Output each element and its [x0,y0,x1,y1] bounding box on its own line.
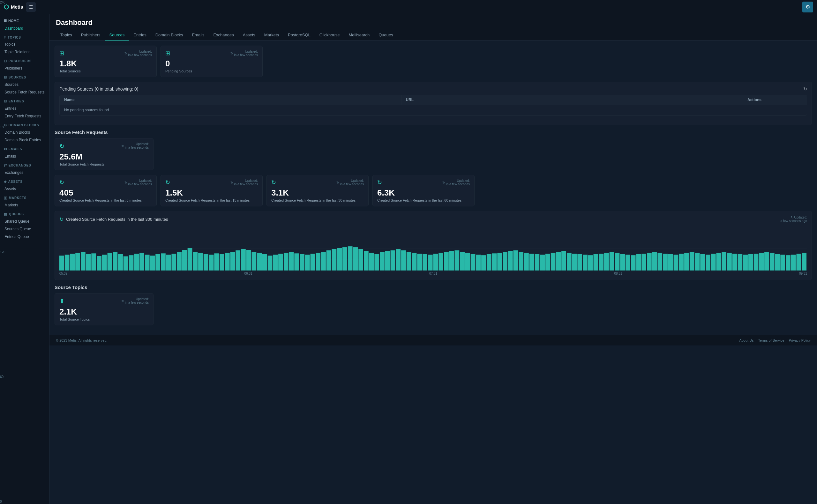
svg-rect-93 [530,254,534,271]
source-topics-header: Source Topics [55,285,812,290]
tab-emails[interactable]: Emails [187,30,209,41]
tab-exchanges[interactable]: Exchanges [209,30,238,41]
svg-rect-55 [326,250,331,271]
copyright: © 2023 Metis. All rights reserved. [56,338,108,342]
table-header: Name URL Actions [60,95,807,105]
sync-icon: ↻ [59,142,65,150]
rss-icon-2: ⊞ [165,50,170,57]
refresh-icon-8[interactable]: ↻ [121,299,124,303]
source-topics-cards: ⬆ ↻ Updated: in a few seconds 2.1K [55,293,812,325]
svg-rect-42 [257,253,262,271]
tab-markets[interactable]: Markets [260,30,283,41]
svg-rect-143 [797,254,801,271]
svg-rect-115 [647,253,652,271]
svg-rect-73 [423,254,427,271]
svg-rect-130 [727,253,732,271]
svg-rect-119 [668,254,673,271]
svg-rect-134 [748,254,753,271]
svg-rect-112 [631,255,636,271]
svg-rect-98 [556,252,561,271]
svg-rect-139 [775,254,780,271]
source-fetch-section: Source Fetch Requests ↻ ↻ Updated: [55,130,812,206]
svg-rect-105 [594,254,598,271]
svg-rect-52 [310,254,315,271]
svg-rect-34 [214,253,219,271]
total-fetch-requests-card: ↻ ↻ Updated: in a few seconds 25.6M [55,138,153,170]
svg-rect-54 [321,252,326,271]
svg-rect-113 [636,254,641,271]
tab-sources[interactable]: Sources [105,30,129,41]
chart-refresh-icon[interactable]: ↻ [791,216,793,219]
hamburger-button[interactable]: ☰ [26,2,36,12]
chart-header: ↻ Created Source Fetch Requests in the l… [59,216,807,223]
refresh-icon-5[interactable]: ↻ [230,181,233,184]
fetch-60min-label: Created Source Fetch Requests in the las… [377,198,470,202]
tab-publishers[interactable]: Publishers [77,30,105,41]
tab-assets[interactable]: Assets [238,30,260,41]
svg-rect-24 [161,253,166,271]
pending-refresh-icon[interactable]: ↻ [803,86,807,92]
svg-rect-94 [535,254,539,271]
fetch-30min-card: ↻ ↻ Updated: in a few seconds 3.1K [266,175,368,206]
tab-queues[interactable]: Queues [374,30,397,41]
svg-rect-108 [610,252,614,271]
tab-domain-blocks[interactable]: Domain Blocks [151,30,188,41]
svg-rect-114 [642,254,646,271]
refresh-icon[interactable]: ↻ [124,52,127,55]
source-topics-section: Source Topics ⬆ ↻ Updated: in a few seco [55,285,812,325]
svg-rect-121 [679,254,684,271]
svg-rect-33 [209,255,214,271]
svg-rect-80 [460,252,465,271]
pending-sources-title: Pending Sources (0 in total, showing: 0) [59,86,138,92]
fetch-15min-value: 1.5K [165,188,258,198]
svg-rect-23 [155,254,160,271]
privacy-link[interactable]: Privacy Policy [789,338,811,342]
refresh-icon-4[interactable]: ↻ [124,181,127,184]
svg-rect-144 [802,253,806,271]
svg-rect-138 [770,253,775,271]
svg-rect-32 [204,254,208,271]
source-topics-title: Source Topics [55,285,87,290]
tab-topics[interactable]: Topics [56,30,77,41]
tab-entries[interactable]: Entries [129,30,151,41]
svg-rect-70 [406,252,412,271]
svg-rect-88 [503,252,508,271]
svg-rect-15 [113,252,117,271]
total-sources-value: 1.8K [59,59,152,69]
svg-rect-103 [583,255,588,271]
svg-rect-90 [514,250,518,271]
fetch-5min-value: 405 [59,188,152,198]
updated-time: in a few seconds [128,53,152,57]
svg-rect-124 [695,253,700,271]
svg-rect-61 [358,249,363,271]
updated-label-2: Updated: [234,50,258,53]
svg-rect-44 [268,256,272,271]
refresh-icon-3[interactable]: ↻ [121,144,124,148]
svg-rect-91 [519,252,524,271]
chart-section: ↻ Created Source Fetch Requests in the l… [55,211,812,280]
svg-rect-37 [230,252,235,271]
svg-rect-56 [332,249,337,271]
refresh-icon-6[interactable]: ↻ [336,181,339,184]
settings-button[interactable]: ⚙ [802,2,813,12]
svg-rect-117 [657,253,662,271]
terms-link[interactable]: Terms of Service [758,338,784,342]
svg-rect-126 [706,255,710,271]
about-us-link[interactable]: About Us [739,338,754,342]
fetch-30min-value: 3.1K [271,188,364,198]
svg-rect-77 [444,252,449,271]
tab-postgresql[interactable]: PostgreSQL [283,30,315,41]
col-actions: Actions [743,95,807,105]
total-sources-label: Total Sources [59,69,152,73]
svg-rect-104 [588,255,593,271]
svg-rect-129 [722,252,726,271]
refresh-icon-7[interactable]: ↻ [442,181,445,184]
svg-rect-95 [540,255,545,271]
refresh-icon-2[interactable]: ↻ [230,52,233,55]
pending-sources-card: ⊞ ↻ Updated: in a few seconds 0 Pending … [160,46,263,77]
home-label: HOME [8,19,19,23]
tab-clickhouse[interactable]: Clickhouse [315,30,344,41]
svg-rect-87 [497,253,502,271]
col-url: URL [401,95,743,105]
tab-meilisearch[interactable]: Meilisearch [344,30,374,41]
